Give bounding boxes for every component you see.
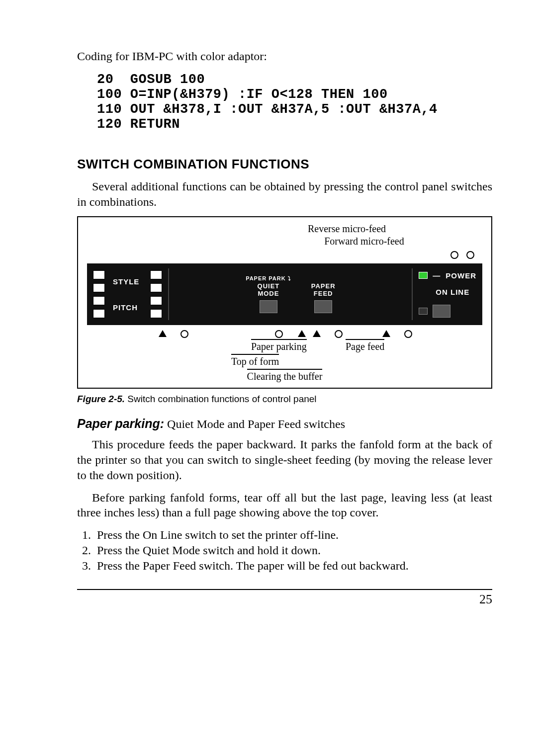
reverse-microfeed-label: Reverse micro-feed [211,223,482,235]
forward-microfeed-label: Forward micro-feed [246,236,482,247]
step-item: Press the Quiet Mode switch and hold it … [94,543,492,558]
paper-feed-key-icon [314,300,332,313]
led-icon [150,296,162,305]
paper-parking-heading: Paper parking: Quiet Mode and Paper Feed… [77,417,492,431]
control-panel: STYLE PITCH PAPER PARK ⤵ QUIET MODE PA [87,263,482,325]
led-icon [150,283,162,292]
intro-text: Coding for IBM-PC with color adaptor: [77,50,492,63]
paper-parking-para-1: This procedure feeds the paper backward.… [77,437,492,483]
step-item: Press the Paper Feed switch. The paper w… [94,558,492,574]
led-icon [93,309,105,318]
led-icon [93,283,105,292]
code-block: 20 GOSUB 100 100 O=INP(&H379) :IF O<128 … [97,72,492,132]
page-number: 25 [77,592,492,607]
paper-feed-group: PAPER FEED [311,275,336,313]
section-heading: SWITCH COMBINATION FUNCTIONS [77,157,492,172]
page-feed-label: Page feed [346,339,384,352]
power-led-icon [419,272,428,279]
paper-parking-label: Paper parking [251,339,307,352]
led-icon [93,270,105,279]
online-led-icon [419,308,428,315]
clearing-buffer-label: Clearing the buffer [247,369,323,382]
led-icon [150,270,162,279]
section-intro-para: Several additional functions can be obta… [77,179,492,209]
led-icon [150,309,162,318]
power-label: POWER [446,271,476,280]
steps-list: Press the On Line switch to set the prin… [77,527,492,574]
online-key-icon [433,305,450,318]
top-of-form-label: Top of form [231,354,279,367]
step-item: Press the On Line switch to set the prin… [94,527,492,543]
footer-rule [77,589,492,590]
quiet-mode-key-icon [260,300,277,313]
pitch-label: PITCH [113,303,139,312]
figure-2-5: Reverse micro-feed Forward micro-feed ST… [77,216,492,389]
paper-parking-para-2: Before parking fanfold forms, tear off a… [77,490,492,520]
figure-caption: Figure 2-5. Switch combination functions… [77,394,492,405]
style-label: STYLE [113,277,139,286]
quiet-mode-group: PAPER PARK ⤵ QUIET MODE [246,275,291,313]
led-icon [93,296,105,305]
online-label: ON LINE [436,288,469,296]
paper-park-caption: PAPER PARK ⤵ [246,275,291,281]
